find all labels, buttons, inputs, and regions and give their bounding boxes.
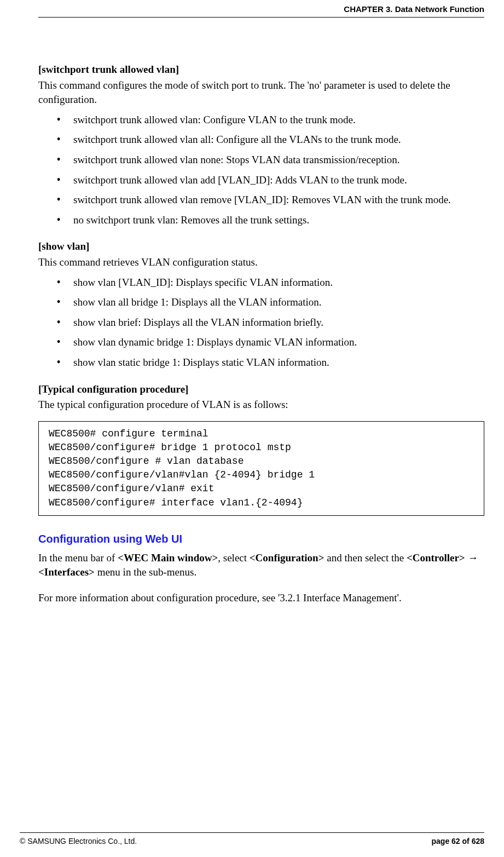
list-item: switchport trunk allowed vlan all: Confi…: [57, 133, 484, 147]
list-item: switchport trunk allowed vlan: Configure…: [57, 113, 484, 128]
menu-controller: <Controller>: [407, 552, 465, 563]
webui-paragraph-2: For more information about configuration…: [38, 591, 484, 606]
section-procedure-title: [Typical configuration procedure]: [38, 382, 484, 397]
section-switchport-title: [switchport trunk allowed vlan]: [38, 62, 484, 77]
list-item: show vlan brief: Displays all the VLAN i…: [57, 315, 484, 330]
footer-copyright: © SAMSUNG Electronics Co., Ltd.: [20, 836, 137, 847]
list-item: switchport trunk allowed vlan remove [VL…: [57, 193, 484, 208]
list-item: switchport trunk allowed vlan add [VLAN_…: [57, 173, 484, 188]
chapter-title: CHAPTER 3. Data Network Function: [344, 4, 484, 14]
menu-wec-main: <WEC Main window>: [118, 552, 218, 563]
menu-interfaces: <Interfaces>: [38, 566, 95, 578]
list-item: show vlan dynamic bridge 1: Displays dyn…: [57, 335, 484, 350]
list-item: show vlan all bridge 1: Displays all the…: [57, 295, 484, 310]
footer-page-number: page 62 of 628: [432, 836, 485, 847]
page-header: CHAPTER 3. Data Network Function: [38, 0, 484, 18]
list-item: switchport trunk allowed vlan none: Stop…: [57, 153, 484, 168]
list-item: show vlan static bridge 1: Displays stat…: [57, 355, 484, 370]
page-footer: © SAMSUNG Electronics Co., Ltd. page 62 …: [20, 832, 484, 847]
text: menu in the sub-menus.: [95, 566, 196, 578]
arrow-icon: →: [465, 552, 478, 563]
list-item: no switchport trunk vlan: Removes all th…: [57, 213, 484, 228]
switchport-list: switchport trunk allowed vlan: Configure…: [38, 113, 484, 228]
webui-heading: Configuration using Web UI: [38, 531, 484, 547]
section-procedure-desc: The typical configuration procedure of V…: [38, 398, 484, 412]
section-switchport-desc: This command configures the mode of swit…: [38, 78, 484, 107]
page-content: [switchport trunk allowed vlan] This com…: [38, 18, 484, 674]
text: and then select the: [325, 552, 407, 563]
section-showvlan-desc: This command retrieves VLAN configuratio…: [38, 255, 484, 270]
text: , select: [218, 552, 250, 563]
menu-configuration: <Configuration>: [250, 552, 325, 563]
code-block: WEC8500# configure terminal WEC8500/conf…: [38, 421, 484, 516]
webui-paragraph-1: In the menu bar of <WEC Main window>, se…: [38, 551, 484, 580]
text: In the menu bar of: [38, 552, 118, 563]
section-showvlan-title: [show vlan]: [38, 239, 484, 254]
list-item: show vlan [VLAN_ID]: Displays specific V…: [57, 275, 484, 290]
document-page: CHAPTER 3. Data Network Function [switch…: [0, 0, 504, 857]
showvlan-list: show vlan [VLAN_ID]: Displays specific V…: [38, 275, 484, 370]
